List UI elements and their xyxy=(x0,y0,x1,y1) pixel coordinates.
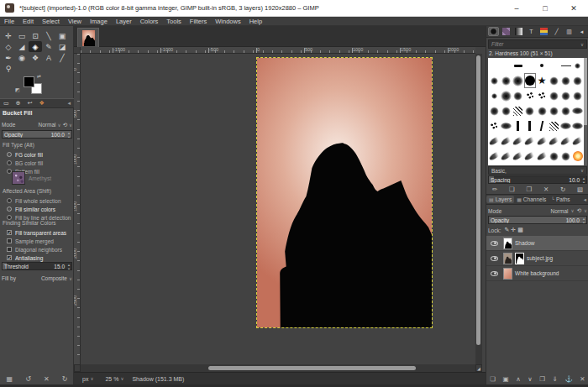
menu-item-filters[interactable]: Filters xyxy=(186,18,211,25)
finding-option-3[interactable]: Antialiasing xyxy=(7,254,72,262)
open-brush-as-image-button[interactable]: ▧ xyxy=(577,186,583,193)
paint-dynamics-tab[interactable]: ╱ xyxy=(551,27,562,36)
spinner-icon[interactable]: ▲▼ xyxy=(67,131,71,139)
reset-tool-options-button[interactable]: ↻ xyxy=(62,375,68,383)
refresh-brushes-button[interactable]: ↻ xyxy=(560,186,565,193)
menu-item-select[interactable]: Select xyxy=(38,18,64,25)
menu-item-view[interactable]: View xyxy=(64,18,86,25)
canvas-viewport[interactable] xyxy=(81,54,475,364)
restore-tool-preset-button[interactable]: ↺ xyxy=(25,375,31,383)
menu-item-help[interactable]: Help xyxy=(245,18,266,25)
tab-channels[interactable]: ▦Channels xyxy=(514,196,549,203)
brush-item-stroke[interactable] xyxy=(512,133,524,149)
close-button[interactable]: ✕ xyxy=(559,0,588,16)
menu-item-file[interactable]: File xyxy=(0,18,18,25)
brush-item-hard-selected[interactable] xyxy=(524,73,536,88)
vertical-scrollbar[interactable] xyxy=(475,54,482,364)
palettes-tab[interactable] xyxy=(538,27,549,36)
brush-item-soft4[interactable] xyxy=(500,88,512,103)
brush-item-stroke[interactable] xyxy=(572,133,584,149)
brush-item-bar[interactable] xyxy=(512,58,524,73)
layer-row-shadow[interactable]: Shadow xyxy=(486,236,588,251)
brush-item-grunge5[interactable] xyxy=(560,149,572,164)
layer-opacity-slider[interactable]: Opacity 100.0 ▲▼ xyxy=(488,216,587,224)
undo-history-tab[interactable]: ↩ xyxy=(24,100,36,107)
brush-item-soft4[interactable] xyxy=(512,73,524,88)
measure-tool[interactable]: ╲ xyxy=(42,30,55,41)
layer-mask-thumbnail[interactable] xyxy=(515,253,524,264)
menu-item-edit[interactable]: Edit xyxy=(18,18,38,25)
spinner-icon[interactable]: ▲▼ xyxy=(67,263,71,270)
brush-item-soft2[interactable] xyxy=(488,73,500,88)
brush-item-spark2[interactable] xyxy=(536,88,548,103)
visibility-eye-icon[interactable] xyxy=(491,271,498,276)
lock-position-icon[interactable]: ✛ xyxy=(511,227,517,233)
duplicate-brush-button[interactable]: ❐ xyxy=(526,186,532,193)
quick-mask-toggle-button[interactable] xyxy=(74,364,81,372)
brush-item-spark1[interactable] xyxy=(488,118,500,133)
fill-type-option-1[interactable]: BG color fill xyxy=(7,159,72,167)
brush-item-grunge5[interactable] xyxy=(488,103,500,118)
brush-item-soft1[interactable] xyxy=(572,58,584,73)
menu-item-tools[interactable]: Tools xyxy=(162,18,186,25)
brush-item-empty[interactable] xyxy=(524,58,536,73)
brush-item-vbar[interactable] xyxy=(524,118,536,133)
raise-layer-button[interactable]: ∧ xyxy=(516,375,521,383)
brush-item-blob[interactable] xyxy=(500,118,512,133)
images-tab[interactable]: ❖ xyxy=(35,100,47,107)
brush-item-sketch[interactable] xyxy=(548,118,559,133)
mypaint-brush-tool[interactable]: ❖ xyxy=(29,52,42,63)
dock-menu-icon[interactable]: ◂ xyxy=(581,196,588,204)
crop-tool[interactable]: ▣ xyxy=(55,30,69,41)
brush-item-ink[interactable] xyxy=(536,118,548,133)
brush-item-stroke[interactable] xyxy=(488,133,500,149)
affected-area-option-1[interactable]: Fill similar colors xyxy=(7,205,72,213)
navigation-preview-button[interactable]: ◢ xyxy=(475,364,482,372)
brush-item-stroke[interactable] xyxy=(560,133,572,149)
brush-item-tex2[interactable] xyxy=(536,103,548,118)
opacity-slider[interactable]: Opacity 100.0 ▲▼ xyxy=(2,130,72,139)
brush-grid-scrollbar[interactable] xyxy=(584,58,587,165)
brush-item-stroke[interactable] xyxy=(536,133,548,149)
spinner-icon[interactable]: ▲▼ xyxy=(582,217,585,224)
brush-item-grunge4[interactable] xyxy=(572,88,584,103)
dock-menu-icon[interactable]: ◂ xyxy=(64,100,74,107)
brush-item-soft1[interactable] xyxy=(488,88,500,103)
menu-item-windows[interactable]: Windows xyxy=(211,18,244,25)
layer-mode-reset-icon[interactable]: ⟲ xyxy=(577,207,581,214)
brush-tag-dropdown[interactable]: Basic, ∨ xyxy=(488,166,587,175)
zoom-dropdown[interactable]: 25 % ∨ xyxy=(102,376,127,382)
brush-item-spark1[interactable] xyxy=(524,88,536,103)
brushes-tab[interactable] xyxy=(488,27,499,36)
delete-brush-button[interactable]: ✕ xyxy=(543,186,549,193)
text-tool[interactable]: A xyxy=(42,52,55,63)
brush-item-tex3[interactable] xyxy=(560,103,572,118)
tool-presets-tab[interactable]: ▥ xyxy=(564,27,575,36)
brush-item-vbar[interactable] xyxy=(512,118,524,133)
lock-alpha-icon[interactable]: ▩ xyxy=(517,227,523,233)
brush-item-stroke[interactable] xyxy=(488,149,500,164)
tool-options-tab[interactable]: ▭ xyxy=(0,100,13,107)
brush-item-stroke[interactable] xyxy=(500,149,512,164)
clone-tool[interactable]: ◉ xyxy=(15,52,29,63)
brush-item-line[interactable] xyxy=(560,58,572,73)
rectangle-select-tool[interactable]: ▭ xyxy=(15,30,29,41)
visibility-eye-icon[interactable] xyxy=(491,256,498,261)
brush-item-smear[interactable] xyxy=(560,118,572,133)
gradient-tool[interactable]: ◢ xyxy=(15,41,29,52)
move-tool[interactable]: ✛ xyxy=(2,30,15,41)
unit-dropdown[interactable]: px ∨ xyxy=(79,376,97,382)
brush-item-blob[interactable] xyxy=(572,103,584,118)
brush-item-smear[interactable] xyxy=(572,118,584,133)
fill-by-dropdown[interactable]: Composite xyxy=(41,275,67,281)
brush-item-tex1[interactable] xyxy=(500,103,512,118)
menu-item-layer[interactable]: Layer xyxy=(112,18,136,25)
foreground-color-swatch[interactable] xyxy=(24,76,34,87)
save-tool-preset-button[interactable]: ▦ xyxy=(7,375,13,383)
ink-tool[interactable]: ✒ xyxy=(2,52,15,63)
brush-item-stroke[interactable] xyxy=(524,133,536,149)
zoom-tool[interactable]: ⚲ xyxy=(2,63,15,74)
new-layer-button[interactable]: ❏ xyxy=(490,375,496,383)
device-status-tab[interactable]: ⊕ xyxy=(13,100,24,107)
brush-item-dot[interactable] xyxy=(536,58,548,73)
